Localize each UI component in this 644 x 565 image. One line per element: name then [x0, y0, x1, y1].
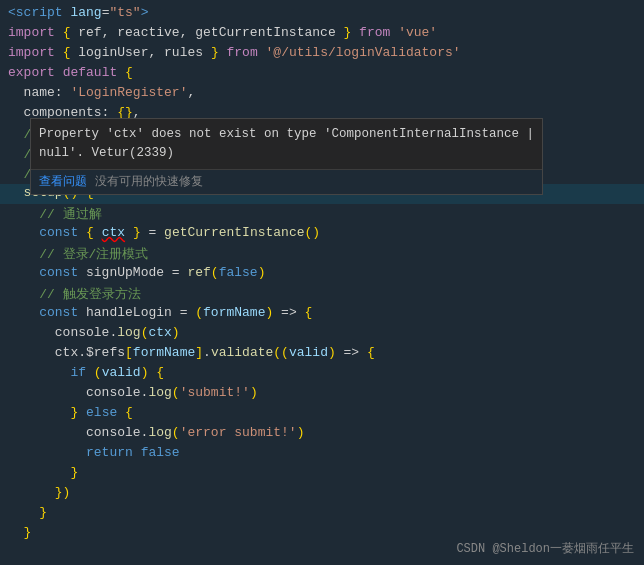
- code-line: }): [0, 484, 644, 504]
- code-token: ): [328, 345, 336, 360]
- code-token: formName: [203, 305, 265, 320]
- code-token: (: [94, 365, 102, 380]
- code-token: const: [8, 225, 78, 240]
- code-token: [219, 45, 227, 60]
- code-token: ref, reactive, getCurrentInstance: [70, 25, 343, 40]
- code-token: getCurrentInstance: [164, 225, 304, 240]
- code-token: [94, 225, 102, 240]
- code-line: const { ctx } = getCurrentInstance(): [0, 224, 644, 244]
- code-token: from: [227, 45, 258, 60]
- code-token: ): [258, 265, 266, 280]
- code-token: console.: [8, 385, 148, 400]
- code-line: }: [0, 504, 644, 524]
- code-token: (: [195, 305, 203, 320]
- code-token: <script: [8, 5, 70, 20]
- code-token: ,: [187, 85, 195, 100]
- tooltip-actions[interactable]: 查看问题 没有可用的快速修复: [31, 169, 542, 194]
- code-token: }: [133, 225, 141, 240]
- code-token: return: [86, 445, 133, 460]
- code-token: handleLogin =: [78, 305, 195, 320]
- code-token: [8, 465, 70, 480]
- code-token: log: [117, 325, 140, 340]
- code-line: const signUpMode = ref(false): [0, 264, 644, 284]
- code-token: }: [343, 25, 351, 40]
- code-token: [8, 185, 24, 200]
- code-line: ctx.$refs[formName].validate((valid) => …: [0, 344, 644, 364]
- code-token: console.: [8, 425, 148, 440]
- code-token: .: [203, 345, 211, 360]
- code-line: import { ref, reactive, getCurrentInstan…: [0, 24, 644, 44]
- code-token: {: [63, 45, 71, 60]
- code-token: [55, 25, 63, 40]
- code-token: console.: [8, 325, 117, 340]
- code-token: [55, 65, 63, 80]
- code-token: [8, 545, 16, 560]
- code-token: ref: [187, 265, 210, 280]
- code-token: [8, 445, 86, 460]
- code-token: ctx: [148, 325, 171, 340]
- code-line: } else {: [0, 404, 644, 424]
- code-token: ): [141, 365, 149, 380]
- code-line: // 通过解: [0, 204, 644, 224]
- code-token: import: [8, 45, 55, 60]
- code-token: [8, 505, 39, 520]
- code-token: >: [141, 5, 149, 20]
- code-token: const: [8, 265, 78, 280]
- code-token: {: [367, 345, 375, 360]
- code-token: [258, 45, 266, 60]
- code-line: }: [0, 464, 644, 484]
- code-line: import { loginUser, rules } from '@/util…: [0, 44, 644, 64]
- tooltip-line2: null'. Vetur(2339): [39, 146, 174, 160]
- code-line: if (valid) {: [0, 364, 644, 384]
- code-token: formName: [133, 345, 195, 360]
- code-token: default: [63, 65, 118, 80]
- code-token: =: [102, 5, 110, 20]
- tooltip-line1: Property 'ctx' does not exist on type 'C…: [39, 127, 534, 141]
- code-token: ): [172, 325, 180, 340]
- code-token: {: [86, 225, 94, 240]
- code-line: console.log(ctx): [0, 324, 644, 344]
- code-token: [133, 445, 141, 460]
- error-tooltip: Property 'ctx' does not exist on type 'C…: [30, 118, 543, 195]
- code-token: valid: [102, 365, 141, 380]
- code-token: [78, 405, 86, 420]
- code-area: <script lang="ts"> import { ref, reactiv…: [0, 0, 644, 565]
- code-token: }: [70, 465, 78, 480]
- code-token: (: [172, 385, 180, 400]
- code-token: [8, 365, 70, 380]
- code-token: }: [24, 525, 32, 540]
- view-problem-link[interactable]: 查看问题: [39, 173, 87, 190]
- code-line: // 登录/注册模式: [0, 244, 644, 264]
- code-token: =>: [336, 345, 367, 360]
- code-token: }): [55, 485, 71, 500]
- code-token: {: [125, 65, 133, 80]
- code-token: {: [156, 365, 164, 380]
- code-token: signUpMode =: [78, 265, 187, 280]
- code-token: log: [148, 425, 171, 440]
- code-token: [117, 405, 125, 420]
- code-token: [55, 45, 63, 60]
- code-token: [148, 365, 156, 380]
- code-token: export: [8, 65, 55, 80]
- tooltip-error-text: Property 'ctx' does not exist on type 'C…: [31, 119, 542, 169]
- code-token: ): [265, 305, 273, 320]
- code-line: name: 'LoginRegister',: [0, 84, 644, 104]
- code-token: const: [8, 305, 78, 320]
- code-line: const handleLogin = (formName) => {: [0, 304, 644, 324]
- code-token: false: [141, 445, 180, 460]
- code-token: }: [39, 505, 47, 520]
- code-token: valid: [289, 345, 328, 360]
- code-token: [78, 225, 86, 240]
- code-token: {: [125, 405, 133, 420]
- code-line: <script lang="ts">: [0, 4, 644, 24]
- code-token: [351, 25, 359, 40]
- code-token: ctx: [102, 225, 125, 240]
- no-fix-label: 没有可用的快速修复: [95, 173, 203, 190]
- code-token: [390, 25, 398, 40]
- code-token: name:: [8, 85, 70, 100]
- code-token: import: [8, 25, 55, 40]
- code-token: validate: [211, 345, 273, 360]
- code-token: 'error submit!': [180, 425, 297, 440]
- code-token: }: [70, 405, 78, 420]
- code-token: 'vue': [398, 25, 437, 40]
